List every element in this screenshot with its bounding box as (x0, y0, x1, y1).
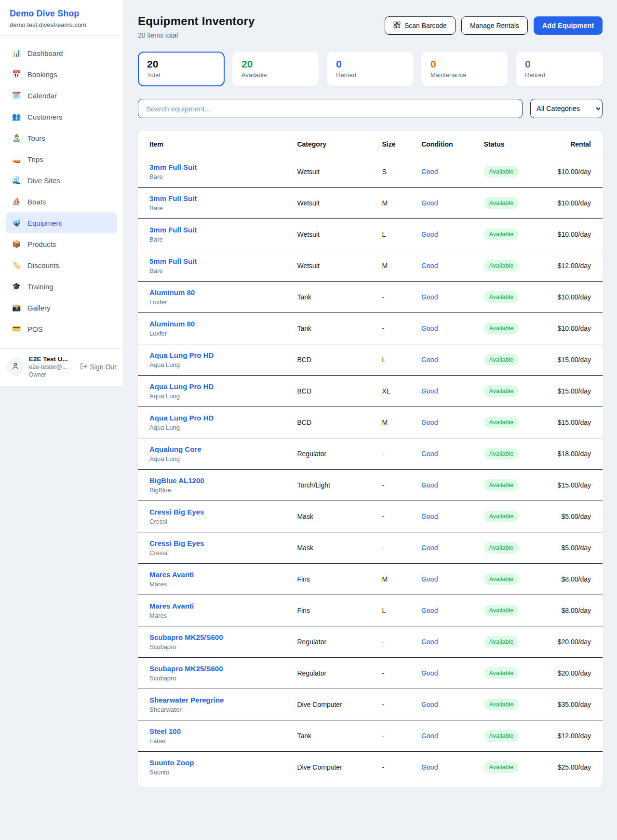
sidebar-item-trips[interactable]: 🚤 Trips (6, 149, 117, 170)
status-badge: Available (484, 542, 519, 554)
sidebar-item-dive-sites[interactable]: 🌊 Dive Sites (6, 170, 117, 191)
sidebar-item-calendar[interactable]: 🗓️ Calendar (6, 85, 117, 106)
table-row[interactable]: Scubapro MK25/S600 Scubapro Regulator - … (138, 658, 603, 689)
item-name-link[interactable]: Steel 100 (149, 727, 274, 735)
scan-barcode-label: Scan Barcode (404, 22, 447, 29)
table-row[interactable]: 3mm Full Suit Bare Wetsuit S Good Availa… (138, 156, 603, 188)
item-condition-link[interactable]: Good (421, 607, 438, 614)
sidebar-item-pos[interactable]: 💳 POS (6, 318, 117, 339)
item-rental: $25.00/day (546, 752, 603, 783)
item-condition-link[interactable]: Good (421, 262, 438, 270)
table-row[interactable]: 3mm Full Suit Bare Wetsuit L Good Availa… (138, 219, 603, 250)
table-row[interactable]: Cressi Big Eyes Cressi Mask - Good Avail… (138, 501, 603, 532)
sidebar-item-training[interactable]: 🎓 Training (6, 276, 117, 297)
item-condition-link[interactable]: Good (421, 168, 438, 176)
item-condition-link[interactable]: Good (421, 544, 438, 552)
item-category: Wetsuit (285, 156, 370, 188)
table-row[interactable]: Steel 100 Faber Tank - Good Available $1… (138, 720, 603, 752)
item-name-link[interactable]: Suunto Zoop (149, 759, 274, 767)
item-condition-link[interactable]: Good (421, 199, 438, 207)
column-header-category: Category (285, 131, 370, 156)
sidebar-item-tours[interactable]: 🏝️ Tours (6, 127, 117, 149)
sidebar-item-boats[interactable]: ⛵ Boats (6, 191, 117, 212)
stat-card-rented[interactable]: 0 Rented (327, 52, 414, 86)
item-brand: Scubapro (149, 643, 274, 650)
table-row[interactable]: 3mm Full Suit Bare Wetsuit M Good Availa… (138, 188, 603, 219)
item-condition-link[interactable]: Good (421, 387, 438, 395)
table-row[interactable]: Aqua Lung Pro HD Aqua Lung BCD L Good Av… (138, 344, 603, 376)
item-condition-link[interactable]: Good (421, 669, 438, 677)
item-name-link[interactable]: Shearwater Peregrine (149, 696, 274, 704)
item-condition-link[interactable]: Good (421, 513, 438, 520)
table-row[interactable]: Suunto Zoop Suunto Dive Computer - Good … (138, 752, 603, 783)
training-icon: 🎓 (12, 282, 21, 291)
item-rental: $12.00/day (546, 250, 603, 282)
item-condition-link[interactable]: Good (421, 481, 438, 489)
item-name-link[interactable]: Mares Avanti (149, 570, 274, 579)
item-name-link[interactable]: Aqua Lung Pro HD (149, 382, 274, 391)
item-name-link[interactable]: Aqua Lung Pro HD (149, 351, 274, 359)
item-category: Tank (285, 282, 370, 313)
item-condition-link[interactable]: Good (421, 575, 438, 583)
item-condition-link[interactable]: Good (421, 701, 438, 708)
item-name-link[interactable]: 3mm Full Suit (149, 163, 274, 171)
item-name-link[interactable]: Aluminum 80 (149, 320, 274, 328)
page-title: Equipment Inventory (138, 14, 255, 28)
item-name-link[interactable]: Aluminum 80 (149, 288, 274, 297)
sidebar-item-equipment[interactable]: 🤿 Equipment (6, 212, 117, 233)
item-name-link[interactable]: Aqualung Core (149, 445, 274, 453)
sidebar-item-customers[interactable]: 👥 Customers (6, 106, 117, 127)
scan-barcode-button[interactable]: Scan Barcode (385, 16, 456, 35)
item-condition-link[interactable]: Good (421, 356, 438, 364)
table-row[interactable]: BigBlue AL1200 BigBlue Torch/Light - Goo… (138, 470, 603, 501)
item-condition-link[interactable]: Good (421, 450, 438, 458)
table-row[interactable]: 5mm Full Suit Bare Wetsuit M Good Availa… (138, 250, 603, 282)
sign-out-button[interactable]: Sign Out (80, 363, 116, 371)
stat-value: 0 (430, 58, 499, 70)
stat-card-available[interactable]: 20 Available (232, 52, 319, 86)
sidebar-item-bookings[interactable]: 📅 Bookings (6, 64, 117, 85)
stat-card-total[interactable]: 20 Total (138, 52, 225, 86)
item-name-link[interactable]: Scubapro MK25/S600 (149, 633, 274, 641)
item-condition-link[interactable]: Good (421, 325, 438, 332)
item-condition-link[interactable]: Good (421, 230, 438, 238)
item-condition-link[interactable]: Good (421, 638, 438, 646)
sidebar-item-products[interactable]: 📦 Products (6, 233, 117, 255)
table-row[interactable]: Aqua Lung Pro HD Aqua Lung BCD M Good Av… (138, 407, 603, 438)
item-name-link[interactable]: Cressi Big Eyes (149, 508, 274, 516)
add-equipment-button[interactable]: Add Equipment (534, 16, 603, 35)
sidebar-item-gallery[interactable]: 📸 Gallery (6, 297, 117, 318)
item-name-link[interactable]: Cressi Big Eyes (149, 539, 274, 547)
table-row[interactable]: Cressi Big Eyes Cressi Mask - Good Avail… (138, 532, 603, 564)
table-row[interactable]: Aluminum 80 Luxfer Tank - Good Available… (138, 282, 603, 313)
table-row[interactable]: Mares Avanti Mares Fins M Good Available… (138, 564, 603, 595)
item-rental: $8.00/day (546, 595, 603, 626)
item-condition-link[interactable]: Good (421, 293, 438, 301)
sidebar-item-dashboard[interactable]: 📊 Dashboard (6, 42, 117, 64)
stat-card-retired[interactable]: 0 Retired (516, 52, 603, 86)
item-name-link[interactable]: BigBlue AL1200 (149, 476, 274, 485)
status-badge: Available (484, 636, 519, 648)
item-name-link[interactable]: 3mm Full Suit (149, 226, 274, 234)
manage-rentals-button[interactable]: Manage Rentals (461, 16, 528, 35)
item-name-link[interactable]: 3mm Full Suit (149, 194, 274, 203)
item-condition-link[interactable]: Good (421, 763, 438, 771)
item-name-link[interactable]: Scubapro MK25/S600 (149, 664, 274, 673)
table-row[interactable]: Aqualung Core Aqua Lung Regulator - Good… (138, 438, 603, 470)
item-name-link[interactable]: Mares Avanti (149, 602, 274, 610)
item-name-link[interactable]: 5mm Full Suit (149, 257, 274, 265)
item-name-link[interactable]: Aqua Lung Pro HD (149, 414, 274, 422)
item-condition-link[interactable]: Good (421, 732, 438, 740)
item-category: Tank (285, 313, 370, 344)
table-row[interactable]: Mares Avanti Mares Fins L Good Available… (138, 595, 603, 626)
table-row[interactable]: Aluminum 80 Luxfer Tank - Good Available… (138, 313, 603, 344)
category-select[interactable]: All Categories (530, 99, 603, 118)
search-input[interactable] (138, 99, 523, 118)
sidebar-item-discounts[interactable]: 🏷️ Discounts (6, 255, 117, 276)
item-category: Torch/Light (285, 470, 370, 501)
table-row[interactable]: Shearwater Peregrine Shearwater Dive Com… (138, 689, 603, 720)
stat-card-maintenance[interactable]: 0 Maintenance (421, 52, 508, 86)
item-condition-link[interactable]: Good (421, 419, 438, 426)
table-row[interactable]: Scubapro MK25/S600 Scubapro Regulator - … (138, 626, 603, 658)
table-row[interactable]: Aqua Lung Pro HD Aqua Lung BCD XL Good A… (138, 376, 603, 407)
